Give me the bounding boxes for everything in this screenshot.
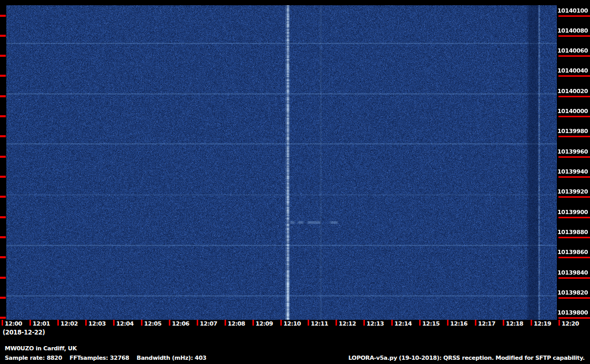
right-frequency-tick bbox=[558, 136, 590, 137]
time-label: 12:00 bbox=[5, 321, 22, 327]
time-tick bbox=[169, 320, 170, 326]
left-frequency-tick bbox=[0, 236, 6, 238]
frequency-label: 10140100 bbox=[556, 7, 588, 14]
time-label: 12:07 bbox=[200, 321, 217, 327]
time-tick bbox=[197, 320, 198, 326]
right-frequency-tick bbox=[558, 176, 590, 178]
time-tick bbox=[252, 320, 254, 326]
frequency-label: 10140040 bbox=[556, 67, 588, 74]
right-frequency-tick bbox=[558, 317, 590, 319]
time-tick bbox=[225, 320, 226, 326]
right-frequency-tick bbox=[558, 297, 590, 299]
time-label: 12:13 bbox=[367, 321, 384, 327]
frequency-label: 10139840 bbox=[556, 269, 588, 276]
qrss-grabber-screenshot: 1014010010140080101400601014004010140020… bbox=[0, 0, 590, 364]
left-frequency-tick bbox=[0, 317, 6, 319]
left-frequency-tick bbox=[0, 15, 6, 17]
time-tick bbox=[113, 320, 115, 326]
left-frequency-tick bbox=[0, 256, 6, 258]
time-tick bbox=[447, 320, 449, 326]
frequency-label: 10139860 bbox=[556, 249, 588, 256]
frequency-label: 10139940 bbox=[556, 168, 588, 175]
time-label: 12:14 bbox=[394, 321, 412, 327]
left-frequency-tick bbox=[0, 75, 6, 77]
time-tick bbox=[308, 320, 309, 326]
time-tick bbox=[419, 320, 421, 326]
frequency-label: 10140080 bbox=[556, 27, 588, 34]
right-frequency-tick bbox=[558, 237, 590, 238]
time-tick bbox=[85, 320, 87, 326]
time-tick bbox=[363, 320, 365, 326]
frequency-label: 10140060 bbox=[556, 47, 588, 54]
frequency-label: 10140020 bbox=[556, 88, 588, 95]
right-frequency-tick bbox=[558, 257, 590, 258]
capture-settings-label: Sample rate: 8820 FFTsamples: 32768 Band… bbox=[5, 355, 206, 361]
left-frequency-tick bbox=[0, 115, 6, 117]
time-label: 12:01 bbox=[33, 321, 50, 327]
time-label: 12:20 bbox=[562, 321, 579, 327]
right-frequency-tick bbox=[558, 15, 590, 17]
time-tick bbox=[503, 320, 504, 326]
left-frequency-tick bbox=[0, 277, 6, 279]
right-frequency-tick bbox=[558, 277, 590, 279]
left-frequency-tick bbox=[0, 55, 6, 57]
time-tick bbox=[531, 320, 532, 326]
frequency-label: 10139800 bbox=[556, 309, 588, 316]
time-label: 12:12 bbox=[339, 321, 356, 327]
time-label: 12:19 bbox=[534, 321, 551, 327]
time-label: 12:17 bbox=[478, 321, 495, 327]
right-frequency-tick bbox=[558, 75, 590, 77]
time-label: 12:03 bbox=[88, 321, 106, 327]
time-tick bbox=[475, 320, 476, 326]
left-frequency-tick bbox=[0, 35, 6, 37]
frequency-label: 10140000 bbox=[556, 108, 588, 115]
time-label: 12:06 bbox=[172, 321, 189, 327]
spectrogram bbox=[6, 5, 557, 320]
left-frequency-tick bbox=[0, 216, 6, 218]
right-frequency-tick bbox=[558, 55, 590, 57]
time-tick bbox=[280, 320, 282, 326]
date-label: (2018-12-22) bbox=[3, 329, 45, 336]
right-frequency-tick bbox=[558, 217, 590, 218]
left-frequency-tick bbox=[0, 196, 6, 198]
frequency-label: 10139820 bbox=[556, 289, 588, 296]
time-label: 12:11 bbox=[311, 321, 328, 327]
time-label: 12:10 bbox=[283, 321, 301, 327]
time-tick bbox=[2, 320, 3, 326]
right-frequency-tick bbox=[558, 196, 590, 198]
time-label: 12:16 bbox=[450, 321, 467, 327]
frequency-label: 10139920 bbox=[556, 188, 588, 195]
frequency-label: 10139980 bbox=[556, 128, 588, 135]
right-frequency-tick bbox=[558, 96, 590, 97]
time-tick bbox=[29, 320, 31, 326]
station-label: MW0UZO in Cardiff, UK bbox=[5, 345, 77, 352]
time-label: 12:05 bbox=[144, 321, 161, 327]
time-tick bbox=[335, 320, 337, 326]
left-frequency-tick bbox=[0, 156, 6, 158]
time-tick bbox=[558, 320, 560, 326]
right-frequency-tick bbox=[558, 116, 590, 117]
time-label: 12:02 bbox=[60, 321, 78, 327]
software-version-label: LOPORA-v5a.py (19-10-2018): QRSS recepti… bbox=[349, 355, 585, 361]
time-label: 12:04 bbox=[116, 321, 134, 327]
left-frequency-tick bbox=[0, 176, 6, 178]
time-label: 12:18 bbox=[506, 321, 523, 327]
right-frequency-tick bbox=[558, 35, 590, 37]
frequency-label: 10139960 bbox=[556, 148, 588, 155]
left-frequency-tick bbox=[0, 297, 6, 299]
time-label: 12:09 bbox=[256, 321, 273, 327]
time-tick bbox=[57, 320, 59, 326]
left-frequency-tick bbox=[0, 95, 6, 97]
frequency-label: 10139880 bbox=[556, 229, 588, 236]
left-frequency-tick bbox=[0, 135, 6, 137]
time-tick bbox=[141, 320, 143, 326]
frequency-label: 10139900 bbox=[556, 209, 588, 216]
right-frequency-tick bbox=[558, 156, 590, 158]
time-tick bbox=[391, 320, 393, 326]
time-label: 12:08 bbox=[228, 321, 245, 327]
time-label: 12:15 bbox=[422, 321, 440, 327]
